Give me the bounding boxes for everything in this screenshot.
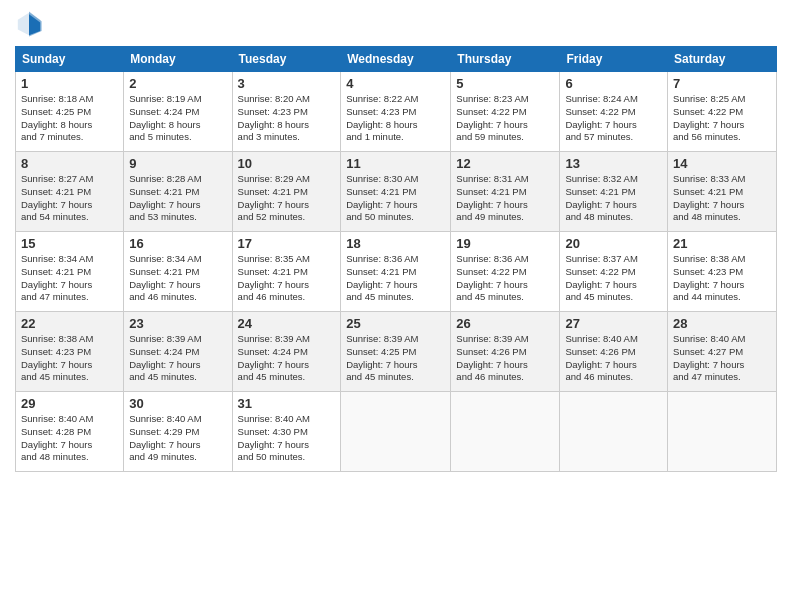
day-info: Sunrise: 8:40 AM Sunset: 4:30 PM Dayligh… xyxy=(238,413,336,464)
day-number: 31 xyxy=(238,396,336,411)
calendar-day-cell: 12Sunrise: 8:31 AM Sunset: 4:21 PM Dayli… xyxy=(451,152,560,232)
weekday-header: Thursday xyxy=(451,47,560,72)
calendar-week-row: 15Sunrise: 8:34 AM Sunset: 4:21 PM Dayli… xyxy=(16,232,777,312)
day-number: 23 xyxy=(129,316,226,331)
day-number: 15 xyxy=(21,236,118,251)
calendar-day-cell: 3Sunrise: 8:20 AM Sunset: 4:23 PM Daylig… xyxy=(232,72,341,152)
day-info: Sunrise: 8:34 AM Sunset: 4:21 PM Dayligh… xyxy=(21,253,118,304)
day-info: Sunrise: 8:40 AM Sunset: 4:26 PM Dayligh… xyxy=(565,333,662,384)
calendar-body: 1Sunrise: 8:18 AM Sunset: 4:25 PM Daylig… xyxy=(16,72,777,472)
day-number: 29 xyxy=(21,396,118,411)
calendar-day-cell: 18Sunrise: 8:36 AM Sunset: 4:21 PM Dayli… xyxy=(341,232,451,312)
calendar-day-cell: 5Sunrise: 8:23 AM Sunset: 4:22 PM Daylig… xyxy=(451,72,560,152)
day-number: 12 xyxy=(456,156,554,171)
logo xyxy=(15,10,45,38)
day-number: 8 xyxy=(21,156,118,171)
day-info: Sunrise: 8:33 AM Sunset: 4:21 PM Dayligh… xyxy=(673,173,771,224)
calendar-day-cell: 2Sunrise: 8:19 AM Sunset: 4:24 PM Daylig… xyxy=(124,72,232,152)
weekday-header: Monday xyxy=(124,47,232,72)
calendar-day-cell: 22Sunrise: 8:38 AM Sunset: 4:23 PM Dayli… xyxy=(16,312,124,392)
calendar-day-cell: 6Sunrise: 8:24 AM Sunset: 4:22 PM Daylig… xyxy=(560,72,668,152)
day-info: Sunrise: 8:35 AM Sunset: 4:21 PM Dayligh… xyxy=(238,253,336,304)
calendar-day-cell: 10Sunrise: 8:29 AM Sunset: 4:21 PM Dayli… xyxy=(232,152,341,232)
day-info: Sunrise: 8:20 AM Sunset: 4:23 PM Dayligh… xyxy=(238,93,336,144)
day-number: 13 xyxy=(565,156,662,171)
calendar-day-cell: 27Sunrise: 8:40 AM Sunset: 4:26 PM Dayli… xyxy=(560,312,668,392)
day-info: Sunrise: 8:32 AM Sunset: 4:21 PM Dayligh… xyxy=(565,173,662,224)
day-info: Sunrise: 8:23 AM Sunset: 4:22 PM Dayligh… xyxy=(456,93,554,144)
day-number: 4 xyxy=(346,76,445,91)
day-info: Sunrise: 8:39 AM Sunset: 4:25 PM Dayligh… xyxy=(346,333,445,384)
calendar-day-cell xyxy=(668,392,777,472)
calendar-day-cell: 1Sunrise: 8:18 AM Sunset: 4:25 PM Daylig… xyxy=(16,72,124,152)
day-number: 3 xyxy=(238,76,336,91)
calendar-day-cell: 14Sunrise: 8:33 AM Sunset: 4:21 PM Dayli… xyxy=(668,152,777,232)
day-info: Sunrise: 8:39 AM Sunset: 4:26 PM Dayligh… xyxy=(456,333,554,384)
calendar-week-row: 22Sunrise: 8:38 AM Sunset: 4:23 PM Dayli… xyxy=(16,312,777,392)
day-info: Sunrise: 8:39 AM Sunset: 4:24 PM Dayligh… xyxy=(129,333,226,384)
calendar-week-row: 29Sunrise: 8:40 AM Sunset: 4:28 PM Dayli… xyxy=(16,392,777,472)
day-number: 14 xyxy=(673,156,771,171)
day-number: 22 xyxy=(21,316,118,331)
calendar-day-cell xyxy=(341,392,451,472)
day-number: 24 xyxy=(238,316,336,331)
day-info: Sunrise: 8:36 AM Sunset: 4:22 PM Dayligh… xyxy=(456,253,554,304)
day-info: Sunrise: 8:29 AM Sunset: 4:21 PM Dayligh… xyxy=(238,173,336,224)
calendar-day-cell: 26Sunrise: 8:39 AM Sunset: 4:26 PM Dayli… xyxy=(451,312,560,392)
calendar-day-cell: 21Sunrise: 8:38 AM Sunset: 4:23 PM Dayli… xyxy=(668,232,777,312)
calendar-day-cell: 9Sunrise: 8:28 AM Sunset: 4:21 PM Daylig… xyxy=(124,152,232,232)
calendar-day-cell: 16Sunrise: 8:34 AM Sunset: 4:21 PM Dayli… xyxy=(124,232,232,312)
calendar-day-cell: 4Sunrise: 8:22 AM Sunset: 4:23 PM Daylig… xyxy=(341,72,451,152)
calendar-day-cell: 30Sunrise: 8:40 AM Sunset: 4:29 PM Dayli… xyxy=(124,392,232,472)
calendar-day-cell: 28Sunrise: 8:40 AM Sunset: 4:27 PM Dayli… xyxy=(668,312,777,392)
page-header xyxy=(15,10,777,38)
calendar-header: SundayMondayTuesdayWednesdayThursdayFrid… xyxy=(16,47,777,72)
calendar-day-cell xyxy=(451,392,560,472)
weekday-header: Tuesday xyxy=(232,47,341,72)
day-info: Sunrise: 8:36 AM Sunset: 4:21 PM Dayligh… xyxy=(346,253,445,304)
day-info: Sunrise: 8:27 AM Sunset: 4:21 PM Dayligh… xyxy=(21,173,118,224)
day-info: Sunrise: 8:38 AM Sunset: 4:23 PM Dayligh… xyxy=(21,333,118,384)
calendar-day-cell: 17Sunrise: 8:35 AM Sunset: 4:21 PM Dayli… xyxy=(232,232,341,312)
calendar-day-cell: 31Sunrise: 8:40 AM Sunset: 4:30 PM Dayli… xyxy=(232,392,341,472)
day-info: Sunrise: 8:40 AM Sunset: 4:29 PM Dayligh… xyxy=(129,413,226,464)
day-info: Sunrise: 8:34 AM Sunset: 4:21 PM Dayligh… xyxy=(129,253,226,304)
calendar-day-cell: 23Sunrise: 8:39 AM Sunset: 4:24 PM Dayli… xyxy=(124,312,232,392)
calendar-day-cell: 24Sunrise: 8:39 AM Sunset: 4:24 PM Dayli… xyxy=(232,312,341,392)
day-number: 21 xyxy=(673,236,771,251)
day-number: 1 xyxy=(21,76,118,91)
day-number: 16 xyxy=(129,236,226,251)
day-number: 5 xyxy=(456,76,554,91)
day-number: 2 xyxy=(129,76,226,91)
day-number: 9 xyxy=(129,156,226,171)
day-info: Sunrise: 8:38 AM Sunset: 4:23 PM Dayligh… xyxy=(673,253,771,304)
calendar-day-cell: 8Sunrise: 8:27 AM Sunset: 4:21 PM Daylig… xyxy=(16,152,124,232)
day-number: 20 xyxy=(565,236,662,251)
day-info: Sunrise: 8:40 AM Sunset: 4:27 PM Dayligh… xyxy=(673,333,771,384)
calendar-day-cell: 13Sunrise: 8:32 AM Sunset: 4:21 PM Dayli… xyxy=(560,152,668,232)
day-info: Sunrise: 8:22 AM Sunset: 4:23 PM Dayligh… xyxy=(346,93,445,144)
calendar-day-cell: 15Sunrise: 8:34 AM Sunset: 4:21 PM Dayli… xyxy=(16,232,124,312)
weekday-header: Friday xyxy=(560,47,668,72)
page-container: SundayMondayTuesdayWednesdayThursdayFrid… xyxy=(0,0,792,482)
day-number: 30 xyxy=(129,396,226,411)
calendar-day-cell: 19Sunrise: 8:36 AM Sunset: 4:22 PM Dayli… xyxy=(451,232,560,312)
calendar-day-cell: 29Sunrise: 8:40 AM Sunset: 4:28 PM Dayli… xyxy=(16,392,124,472)
weekday-header: Wednesday xyxy=(341,47,451,72)
header-row: SundayMondayTuesdayWednesdayThursdayFrid… xyxy=(16,47,777,72)
day-number: 10 xyxy=(238,156,336,171)
day-number: 17 xyxy=(238,236,336,251)
day-number: 25 xyxy=(346,316,445,331)
day-info: Sunrise: 8:30 AM Sunset: 4:21 PM Dayligh… xyxy=(346,173,445,224)
day-number: 6 xyxy=(565,76,662,91)
day-number: 7 xyxy=(673,76,771,91)
day-info: Sunrise: 8:19 AM Sunset: 4:24 PM Dayligh… xyxy=(129,93,226,144)
calendar-day-cell: 25Sunrise: 8:39 AM Sunset: 4:25 PM Dayli… xyxy=(341,312,451,392)
calendar-week-row: 1Sunrise: 8:18 AM Sunset: 4:25 PM Daylig… xyxy=(16,72,777,152)
calendar-table: SundayMondayTuesdayWednesdayThursdayFrid… xyxy=(15,46,777,472)
logo-icon xyxy=(15,10,43,38)
calendar-day-cell: 7Sunrise: 8:25 AM Sunset: 4:22 PM Daylig… xyxy=(668,72,777,152)
calendar-week-row: 8Sunrise: 8:27 AM Sunset: 4:21 PM Daylig… xyxy=(16,152,777,232)
day-info: Sunrise: 8:40 AM Sunset: 4:28 PM Dayligh… xyxy=(21,413,118,464)
day-number: 26 xyxy=(456,316,554,331)
